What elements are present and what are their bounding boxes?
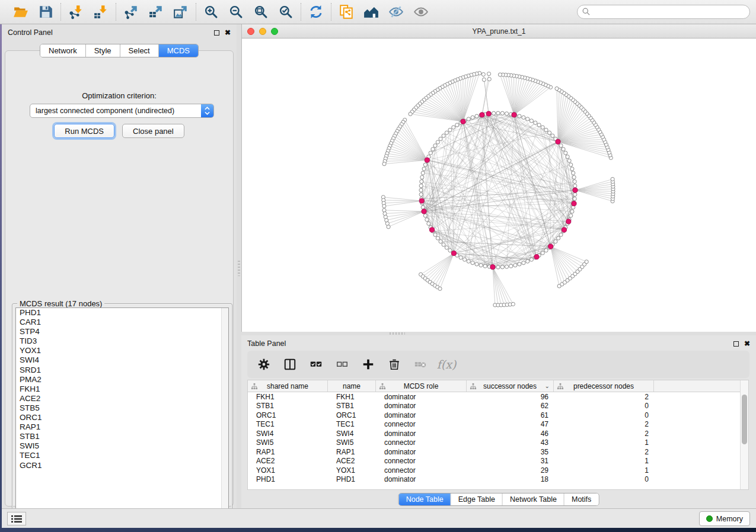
graph-node[interactable] [567, 159, 571, 162]
graph-node[interactable] [573, 197, 576, 200]
graph-node[interactable] [551, 134, 554, 137]
graph-node[interactable] [529, 258, 533, 261]
graph-node[interactable] [421, 171, 425, 175]
graph-node[interactable] [479, 264, 483, 267]
table-cell[interactable]: STB1 [328, 402, 376, 410]
graph-node[interactable] [541, 251, 544, 255]
graph-node[interactable] [481, 72, 485, 76]
graph-node[interactable] [569, 163, 573, 166]
table-cell[interactable]: connector [376, 466, 467, 475]
table-cell[interactable]: TEC1 [248, 420, 328, 428]
graph-hub-node[interactable] [461, 119, 465, 124]
graph-hub-node[interactable] [556, 139, 560, 144]
graph-node[interactable] [452, 126, 455, 129]
table-cell[interactable]: 61 [467, 411, 554, 419]
table-cell[interactable]: 46 [467, 430, 554, 438]
table-cell[interactable]: FKH1 [248, 393, 328, 401]
table-row[interactable]: SWI5SWI5connector431 [248, 438, 748, 448]
unselect-all-icon[interactable] [335, 357, 349, 371]
show-eye-icon[interactable] [413, 4, 429, 20]
refresh-icon[interactable] [308, 4, 324, 20]
sort-indicator-icon[interactable]: ⌄ [545, 383, 550, 389]
graph-node[interactable] [572, 171, 575, 175]
mcds-result-item[interactable]: RAP1 [16, 422, 228, 432]
tab-network-table[interactable]: Network Table [503, 493, 564, 505]
graph-node[interactable] [500, 265, 504, 269]
table-cell[interactable]: FKH1 [328, 393, 376, 401]
gear-icon[interactable] [257, 357, 271, 371]
graph-node[interactable] [564, 151, 567, 155]
graph-node[interactable] [611, 177, 614, 181]
zoom-selected-icon[interactable] [277, 4, 294, 20]
close-panel-icon[interactable]: ✖ [225, 30, 231, 36]
table-cell[interactable]: 0 [554, 402, 654, 410]
run-mcds-button[interactable]: Run MCDS [54, 124, 114, 138]
graph-node[interactable] [482, 78, 486, 81]
mcds-result-list[interactable]: PHD1CAR1STP4TID3YOX1SWI4SRD1PMA2FKH1ACE2… [15, 307, 229, 521]
mcds-result-item[interactable]: ACE2 [16, 394, 228, 403]
table-cell[interactable]: 18 [467, 475, 554, 483]
graph-node[interactable] [436, 236, 439, 240]
column-header-MCDS-role[interactable]: MCDS role [376, 380, 467, 392]
graph-node[interactable] [559, 144, 563, 148]
graph-node[interactable] [433, 144, 437, 148]
graph-node[interactable] [526, 117, 529, 121]
table-cell[interactable]: PHD1 [248, 475, 328, 483]
graph-node[interactable] [382, 204, 386, 208]
table-cell[interactable]: dominator [376, 475, 467, 483]
table-cell[interactable]: dominator [376, 448, 467, 456]
mcds-result-item[interactable]: PMA2 [16, 375, 228, 384]
mcds-result-item[interactable]: STP4 [16, 327, 228, 336]
close-panel-icon[interactable]: ✖ [744, 341, 750, 347]
graph-node[interactable] [431, 148, 435, 151]
open-session-icon[interactable] [12, 4, 29, 20]
delete-column-icon[interactable] [387, 357, 401, 371]
table-cell[interactable]: 0 [554, 411, 654, 419]
tab-node-table[interactable]: Node Table [399, 493, 451, 505]
graph-node[interactable] [557, 236, 560, 240]
table-cell[interactable]: 2 [554, 420, 654, 428]
table-cell[interactable]: ORC1 [328, 411, 376, 419]
table-cell[interactable]: 43 [467, 438, 554, 447]
graph-node[interactable] [555, 86, 559, 90]
graph-node[interactable] [420, 175, 424, 179]
table-cell[interactable]: dominator [376, 411, 467, 419]
mcds-list-scrollbar[interactable] [221, 308, 228, 521]
scrollbar-thumb[interactable] [742, 395, 747, 444]
graph-node[interactable] [509, 264, 513, 268]
table-cell[interactable]: YOX1 [248, 466, 328, 475]
table-cell[interactable]: SWI4 [248, 430, 328, 438]
mcds-result-item[interactable]: GCR1 [16, 461, 228, 470]
mcds-result-item[interactable]: STB5 [16, 403, 228, 413]
graph-node[interactable] [425, 218, 429, 222]
graph-node[interactable] [422, 167, 426, 171]
graph-node[interactable] [573, 180, 576, 183]
table-cell[interactable]: connector [376, 457, 467, 465]
table-cell[interactable]: ACE2 [248, 457, 328, 465]
select-all-icon[interactable] [309, 357, 323, 371]
graph-node[interactable] [445, 246, 448, 249]
graph-node[interactable] [518, 114, 521, 118]
column-header-successor-nodes[interactable]: successor nodes⌄ [467, 380, 554, 392]
table-cell[interactable]: RAP1 [248, 448, 328, 456]
graph-node[interactable] [467, 259, 470, 263]
table-row[interactable]: ACE2ACE2connector311 [248, 457, 748, 466]
graph-node[interactable] [522, 261, 525, 265]
graph-node[interactable] [548, 131, 551, 134]
graph-node[interactable] [459, 256, 462, 259]
table-cell[interactable]: dominator [376, 402, 467, 410]
table-cell[interactable]: 2 [554, 430, 654, 438]
mcds-result-item[interactable]: ORC1 [16, 413, 228, 422]
graph-hub-node[interactable] [490, 265, 495, 270]
graph-node[interactable] [487, 72, 490, 76]
close-panel-button[interactable]: Close panel [122, 124, 184, 138]
table-cell[interactable]: 2 [554, 448, 654, 456]
graph-node[interactable] [541, 126, 544, 129]
home-icon[interactable] [363, 4, 379, 20]
graph-hub-node[interactable] [422, 209, 426, 214]
clone-network-icon[interactable] [338, 4, 355, 20]
graph-node[interactable] [475, 262, 479, 266]
graph-node[interactable] [572, 175, 576, 179]
graph-hub-node[interactable] [419, 198, 424, 203]
graph-node[interactable] [554, 240, 557, 243]
